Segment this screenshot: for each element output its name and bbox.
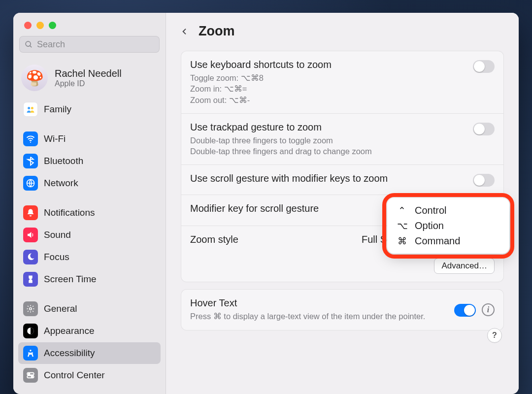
sidebar-item-accessibility[interactable]: Accessibility [18, 342, 161, 364]
sidebar-item-siri[interactable]: Siri & Spotlight [18, 387, 161, 390]
family-icon [23, 102, 38, 117]
sidebar-item-label: Sound [44, 230, 71, 240]
svg-line-1 [30, 45, 32, 47]
help-button-container: ? [487, 328, 502, 343]
cell-scroll-gesture: Use scroll gesture with modifier keys to… [181, 165, 503, 195]
cell-title: Use trackpad gesture to zoom [190, 122, 467, 133]
notifications-icon [23, 205, 38, 220]
dropdown-option-control[interactable]: ⌃ Control [390, 203, 506, 218]
toggle-keyboard-shortcuts[interactable] [473, 60, 495, 73]
sidebar-item-bluetooth[interactable]: Bluetooth [18, 150, 161, 172]
sidebar-item-appearance[interactable]: Appearance [18, 320, 161, 342]
advanced-button[interactable]: Advanced… [434, 258, 495, 274]
focus-icon [23, 250, 38, 264]
minimize-window-button[interactable] [36, 22, 44, 29]
fullscreen-window-button[interactable] [49, 22, 56, 29]
network-icon [23, 176, 38, 191]
account-name: Rachel Needell [55, 68, 122, 79]
titlebar: Zoom [166, 13, 519, 44]
apple-id-row[interactable]: 🍄 Rachel Needell Apple ID [16, 60, 163, 98]
cell-title: Hover Text [190, 297, 448, 309]
help-button[interactable]: ? [487, 328, 502, 343]
command-key-icon: ⌘ [397, 235, 407, 247]
accessibility-icon [23, 346, 38, 361]
search-field[interactable] [19, 36, 160, 53]
sidebar-item-label: Network [44, 178, 78, 189]
hover-text-card: Hover Text Press ⌘ to display a large-te… [181, 289, 504, 330]
svg-point-0 [26, 41, 31, 46]
dropdown-menu: ⌃ Control ⌥ Option ⌘ Command [387, 198, 509, 254]
sidebar-item-label: Appearance [44, 326, 94, 336]
toggle-scroll-gesture[interactable] [473, 174, 495, 187]
svg-point-6 [30, 308, 32, 310]
toggle-trackpad-gesture[interactable] [473, 123, 495, 135]
control-key-icon: ⌃ [397, 205, 407, 216]
cell-trackpad-gesture: Use trackpad gesture to zoom Double-tap … [181, 114, 503, 165]
appearance-icon [23, 324, 38, 338]
svg-point-10 [29, 373, 30, 375]
svg-point-3 [31, 107, 33, 109]
sidebar-item-label: Control Center [44, 370, 105, 381]
sidebar-item-label: Wi-Fi [44, 133, 66, 144]
search-icon [25, 40, 33, 49]
sidebar-item-label: Bluetooth [44, 156, 83, 166]
sidebar-item-controlcenter[interactable]: Control Center [18, 364, 161, 386]
zoom-settings-card: Use keyboard shortcuts to zoom Toggle zo… [181, 51, 504, 282]
sidebar-item-label: Screen Time [44, 274, 97, 285]
cell-title: Use keyboard shortcuts to zoom [190, 59, 467, 70]
account-sub: Apple ID [55, 79, 122, 88]
sidebar-item-general[interactable]: General [18, 298, 161, 320]
sidebar-scroll[interactable]: 🍄 Rachel Needell Apple ID Family Wi-Fi [13, 58, 166, 390]
sidebar-item-network[interactable]: Network [18, 172, 161, 194]
general-icon [23, 301, 38, 316]
dropdown-option-command[interactable]: ⌘ Command [390, 233, 506, 249]
advanced-row: Advanced… [181, 253, 503, 282]
settings-window: 🍄 Rachel Needell Apple ID Family Wi-Fi [13, 13, 519, 394]
sidebar-item-notifications[interactable]: Notifications [18, 202, 161, 224]
page-title: Zoom [199, 24, 235, 39]
sidebar-item-screentime[interactable]: Screen Time [18, 268, 161, 290]
avatar-emoji: 🍄 [26, 69, 44, 87]
window-controls [13, 13, 166, 36]
wifi-icon [23, 131, 38, 146]
svg-point-8 [30, 350, 31, 351]
sidebar-item-focus[interactable]: Focus [18, 246, 161, 268]
dropdown-option-label: Option [415, 220, 444, 231]
controlcenter-icon [23, 368, 38, 383]
cell-keyboard-shortcuts: Use keyboard shortcuts to zoom Toggle zo… [181, 51, 503, 114]
cell-title: Zoom style [190, 234, 356, 245]
info-icon: i [487, 305, 489, 314]
sidebar-item-label: Notifications [44, 207, 95, 218]
close-window-button[interactable] [24, 22, 32, 29]
hover-text-info-button[interactable]: i [482, 303, 495, 316]
svg-point-2 [28, 107, 30, 109]
sidebar-item-wifi[interactable]: Wi-Fi [18, 128, 161, 150]
svg-point-12 [32, 376, 33, 378]
sidebar-item-family[interactable]: Family [18, 98, 161, 120]
svg-point-4 [30, 142, 31, 143]
sidebar-item-label: Focus [44, 252, 69, 263]
toggle-hover-text[interactable] [454, 304, 476, 317]
sound-icon [23, 228, 38, 242]
back-button[interactable] [180, 27, 190, 36]
cell-desc: Double-tap three fingers to toggle zoom … [190, 135, 467, 157]
cell-title: Modifier key for scroll gesture [190, 203, 392, 214]
search-input[interactable] [37, 39, 154, 50]
bluetooth-icon [23, 154, 38, 168]
dropdown-option-label: Command [415, 235, 460, 247]
option-key-icon: ⌥ [397, 220, 407, 231]
dropdown-option-option[interactable]: ⌥ Option [390, 218, 506, 233]
sidebar-item-label: Family [44, 104, 71, 115]
screentime-icon [23, 272, 38, 287]
main-pane: Zoom Use keyboard shortcuts to zoom Togg… [166, 13, 519, 394]
dropdown-option-label: Control [415, 205, 446, 216]
modifier-key-dropdown: ⌃ Control ⌥ Option ⌘ Command [387, 198, 509, 254]
cell-desc: Press ⌘ to display a large-text view of … [190, 311, 448, 322]
sidebar-item-label: General [44, 303, 77, 314]
sidebar-item-label: Accessibility [44, 348, 95, 359]
sidebar: 🍄 Rachel Needell Apple ID Family Wi-Fi [13, 13, 166, 394]
cell-hover-text: Hover Text Press ⌘ to display a large-te… [181, 290, 503, 329]
cell-desc: Toggle zoom: ⌥⌘8 Zoom in: ⌥⌘= Zoom out: … [190, 72, 467, 105]
sidebar-item-sound[interactable]: Sound [18, 224, 161, 246]
chevron-left-icon [181, 26, 189, 37]
